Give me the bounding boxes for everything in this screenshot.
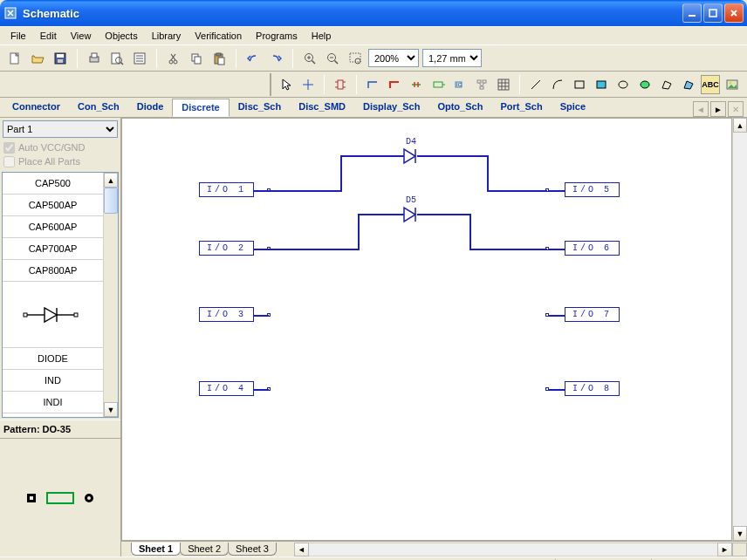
- wire[interactable]: [358, 214, 384, 215]
- filled-ellipse-icon[interactable]: [635, 75, 654, 94]
- scroll-up-icon[interactable]: ▲: [733, 118, 747, 133]
- grid-icon[interactable]: [494, 75, 513, 94]
- io-port[interactable]: I/O 7: [565, 307, 620, 322]
- paste-icon[interactable]: [209, 49, 229, 68]
- line-icon[interactable]: [526, 75, 545, 94]
- part-item[interactable]: CAP500AP: [3, 195, 103, 216]
- schematic-canvas[interactable]: I/O 1I/O 2I/O 3I/O 4I/O 5I/O 6I/O 7I/O 8…: [121, 118, 732, 541]
- menu-edit[interactable]: Edit: [33, 28, 64, 44]
- menu-file[interactable]: File: [3, 28, 33, 44]
- libtab-close[interactable]: ✕: [728, 101, 744, 117]
- zoom-out-icon[interactable]: [323, 49, 342, 68]
- libtab-port-sch[interactable]: Port_Sch: [491, 99, 551, 117]
- scroll-thumb[interactable]: [104, 188, 118, 214]
- part-item[interactable]: CAP600AP: [3, 216, 103, 238]
- libtab-opto-sch[interactable]: Opto_Sch: [428, 99, 491, 117]
- wire[interactable]: [436, 214, 469, 215]
- cut-icon[interactable]: [164, 49, 183, 68]
- poly-icon[interactable]: [657, 75, 676, 94]
- scroll-left-icon[interactable]: ◄: [294, 543, 309, 557]
- horizontal-scrollbar[interactable]: ◄ ►: [294, 543, 732, 557]
- menu-objects[interactable]: Objects: [98, 28, 144, 44]
- scroll-up-icon[interactable]: ▲: [104, 173, 118, 188]
- minimize-button[interactable]: [682, 3, 702, 23]
- io-port[interactable]: I/O 6: [565, 241, 620, 256]
- open-icon[interactable]: [28, 49, 47, 68]
- menu-programs[interactable]: Programs: [249, 28, 305, 44]
- grid-select[interactable]: 1,27 mm: [422, 49, 482, 67]
- libtab-prev[interactable]: ◄: [693, 101, 709, 117]
- part-item[interactable]: DIODE: [3, 348, 103, 370]
- net-port-icon[interactable]: [428, 75, 448, 94]
- scroll-right-icon[interactable]: ►: [717, 543, 732, 557]
- wire[interactable]: [549, 389, 565, 391]
- bus-icon[interactable]: [385, 75, 404, 94]
- wire[interactable]: [469, 249, 547, 250]
- part-item[interactable]: CAP800AP: [3, 260, 103, 282]
- libtab-disc-sch[interactable]: Disc_Sch: [230, 99, 291, 117]
- close-button[interactable]: [724, 3, 744, 23]
- scroll-down-icon[interactable]: ▼: [733, 526, 747, 541]
- wire[interactable]: [436, 155, 487, 157]
- select-icon[interactable]: [277, 75, 296, 94]
- bus-entry-icon[interactable]: [407, 75, 426, 94]
- part-item[interactable]: LED: [3, 413, 103, 417]
- wire[interactable]: [417, 155, 436, 157]
- menu-verification[interactable]: Verification: [188, 28, 249, 44]
- filled-rect-icon[interactable]: [592, 75, 611, 94]
- io-port[interactable]: I/O 4: [199, 381, 254, 396]
- zoom-select[interactable]: 200%: [368, 49, 419, 67]
- wire[interactable]: [549, 190, 565, 192]
- menu-view[interactable]: View: [64, 28, 99, 44]
- part-preview[interactable]: [3, 282, 103, 348]
- part-item[interactable]: IND: [3, 370, 103, 392]
- diode-symbol[interactable]: [401, 206, 419, 223]
- part-list-scrollbar[interactable]: ▲ ▼: [103, 173, 118, 417]
- libtab-disc-smd[interactable]: Disc_SMD: [290, 99, 354, 117]
- io-port[interactable]: I/O 3: [199, 307, 254, 322]
- sheet-tab[interactable]: Sheet 3: [228, 543, 277, 556]
- wire[interactable]: [487, 190, 547, 192]
- undo-icon[interactable]: [243, 49, 263, 68]
- libtab-con-sch[interactable]: Con_Sch: [69, 99, 128, 117]
- libtab-diode[interactable]: Diode: [128, 99, 173, 117]
- ellipse-icon[interactable]: [613, 75, 633, 94]
- titles-icon[interactable]: [130, 49, 149, 68]
- wire[interactable]: [253, 315, 269, 317]
- wire[interactable]: [549, 315, 565, 317]
- vertical-scrollbar[interactable]: ▲ ▼: [732, 118, 747, 541]
- filled-poly-icon[interactable]: [679, 75, 698, 94]
- menu-library[interactable]: Library: [145, 28, 188, 44]
- libtab-spice[interactable]: Spice: [552, 99, 594, 117]
- image-icon[interactable]: [723, 75, 742, 94]
- io-port[interactable]: I/O 8: [565, 381, 620, 396]
- libtab-next[interactable]: ►: [710, 101, 726, 117]
- wire[interactable]: [253, 190, 269, 192]
- wire[interactable]: [340, 155, 342, 192]
- part-selector[interactable]: Part 1: [3, 120, 118, 138]
- libtab-display-sch[interactable]: Display_Sch: [354, 99, 428, 117]
- wire[interactable]: [269, 249, 358, 250]
- print-icon[interactable]: [85, 49, 104, 68]
- scroll-down-icon[interactable]: ▼: [104, 402, 118, 417]
- component-icon[interactable]: [331, 75, 350, 94]
- save-icon[interactable]: [51, 49, 70, 68]
- wire[interactable]: [253, 249, 269, 250]
- diode-symbol[interactable]: [401, 147, 419, 165]
- wire[interactable]: [358, 214, 360, 250]
- wire[interactable]: [253, 389, 269, 391]
- menu-help[interactable]: Help: [305, 28, 339, 44]
- new-icon[interactable]: [5, 49, 24, 68]
- redo-icon[interactable]: [266, 49, 285, 68]
- component-label[interactable]: D4: [406, 137, 416, 147]
- part-item[interactable]: CAP500: [3, 173, 103, 195]
- wire[interactable]: [469, 214, 471, 250]
- io-port[interactable]: I/O 2: [199, 241, 254, 256]
- wire[interactable]: [269, 190, 340, 192]
- component-label[interactable]: D5: [406, 195, 416, 205]
- io-port[interactable]: I/O 5: [565, 182, 620, 197]
- wire[interactable]: [487, 155, 489, 192]
- sheet-tab[interactable]: Sheet 2: [180, 543, 229, 556]
- text-icon[interactable]: ABC: [701, 75, 720, 94]
- hierarchy-icon[interactable]: [472, 75, 491, 94]
